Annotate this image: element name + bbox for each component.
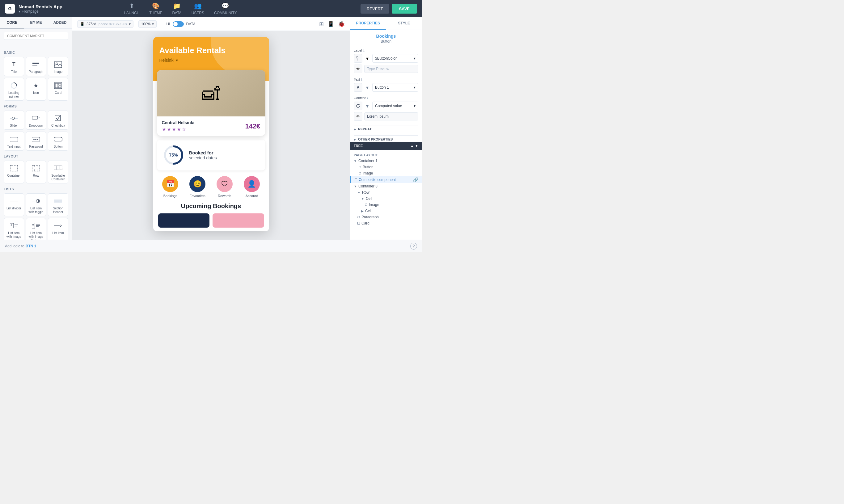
- sidebar-tab-byme[interactable]: BY ME: [24, 17, 48, 29]
- action-account[interactable]: 👤 Account: [244, 176, 260, 198]
- phone-location[interactable]: Helsinki ▾: [159, 58, 263, 63]
- save-button[interactable]: SAVE: [392, 4, 417, 14]
- tree-paragraph[interactable]: Paragraph: [350, 214, 422, 220]
- component-paragraph[interactable]: Paragraph: [26, 57, 46, 76]
- nav-theme[interactable]: 🎨 THEME: [149, 2, 162, 15]
- canvas-toolbar-icons: ⊞ 📱 🐞: [319, 21, 345, 28]
- rewards-icon: 🛡: [217, 176, 233, 192]
- card-icon: [54, 81, 62, 90]
- component-list-item-toggle[interactable]: List item with toggle: [26, 193, 46, 216]
- nav-launch[interactable]: ⬆ LAUNCH: [124, 2, 139, 15]
- tree-item-label: Image: [369, 203, 379, 207]
- text-field: Text ℹ A ▾ Button 1 ▾: [354, 77, 418, 92]
- component-checkbox[interactable]: Checkbox: [48, 111, 68, 130]
- component-container[interactable]: Container: [4, 161, 24, 183]
- action-bookings[interactable]: 📅 Bookings: [162, 176, 178, 198]
- zoom-value: 100%: [141, 22, 151, 26]
- upcoming-buttons: [158, 213, 264, 228]
- component-image[interactable]: Image: [48, 57, 68, 76]
- tree-container-1[interactable]: ▼ Container 1: [350, 158, 422, 164]
- lists-component-grid: List divider List item with toggle Secti…: [4, 193, 68, 240]
- component-title[interactable]: T Title: [4, 57, 24, 76]
- content-value-select[interactable]: Computed value ▾: [372, 102, 418, 110]
- repeat-collapse[interactable]: ▶ REPEAT: [354, 125, 418, 133]
- tree-card[interactable]: Card: [350, 220, 422, 227]
- tree-row[interactable]: ▼ Row: [350, 189, 422, 196]
- tree-image-2[interactable]: Image: [350, 202, 422, 208]
- app-logo: G: [5, 4, 15, 14]
- location-chevron-icon: ▾: [176, 58, 178, 63]
- tree-composite-component[interactable]: Composite component 🔗: [350, 176, 422, 183]
- nav-community[interactable]: 💬 COMMUNITY: [214, 2, 237, 15]
- view-mode-toggle[interactable]: [173, 21, 184, 27]
- text-value-select[interactable]: Button 1 ▾: [372, 83, 418, 92]
- component-card[interactable]: Card: [48, 78, 68, 101]
- component-search-input[interactable]: [4, 32, 68, 40]
- sidebar-tab-added[interactable]: ADDED: [48, 17, 72, 29]
- action-rewards[interactable]: 🛡 Rewards: [217, 176, 233, 198]
- component-list-item-image[interactable]: List item with image: [4, 218, 24, 240]
- canvas-area: 📱 375pt Iphone X/XS/7/6/6s ▾ 100% ▾ UI D…: [72, 17, 350, 240]
- tree-image[interactable]: Image: [350, 170, 422, 176]
- layout-section-label: LAYOUT: [4, 155, 68, 158]
- upcoming-btn-pink[interactable]: [213, 213, 264, 228]
- eye-icon-btn[interactable]: 👁: [354, 65, 362, 73]
- tab-properties[interactable]: PROPERTIES: [350, 17, 386, 30]
- component-list-divider[interactable]: List divider: [4, 193, 24, 216]
- component-row[interactable]: Row: [26, 161, 46, 183]
- phone-mockup: Available Rentals Helsinki ▾ 🛋 Central H…: [153, 37, 269, 231]
- property-card: 🛋 Central Helsinki ★★★★☆ 142€: [157, 70, 265, 136]
- label-icon-btn[interactable]: [354, 54, 362, 63]
- btn-highlight-label[interactable]: BTN 1: [25, 244, 36, 248]
- action-favourites[interactable]: 😊 Favourites: [190, 176, 205, 198]
- help-icon-btn[interactable]: ?: [410, 243, 417, 250]
- component-section-header[interactable]: Section Header: [48, 193, 68, 216]
- revert-button[interactable]: REVERT: [360, 4, 389, 14]
- nav-theme-label: THEME: [149, 11, 162, 15]
- tree-container-3[interactable]: ▼ Container 3: [350, 183, 422, 189]
- tree-cell-2[interactable]: ▶ Cell: [350, 208, 422, 214]
- upcoming-btn-dark[interactable]: [158, 213, 210, 228]
- content-preview-input[interactable]: [364, 112, 418, 121]
- top-nav: ⬆ LAUNCH 🎨 THEME 📁 DATA 👥 USERS 💬 COMMUN…: [124, 2, 237, 15]
- component-title-label: Title: [11, 70, 17, 74]
- debug-icon[interactable]: 🐞: [338, 21, 345, 28]
- component-list-item[interactable]: List item: [48, 218, 68, 240]
- chevron-down-icon: ▾: [129, 22, 131, 26]
- eye-icon-btn[interactable]: 👁: [354, 112, 362, 121]
- sidebar-tabs: CORE BY ME ADDED: [0, 17, 72, 29]
- svg-point-16: [33, 139, 35, 140]
- responsive-view-icon[interactable]: 📱: [327, 21, 334, 28]
- component-password[interactable]: Password: [26, 131, 46, 151]
- tree-cell-1[interactable]: ▼ Cell: [350, 196, 422, 202]
- content-refresh-icon-btn[interactable]: [354, 102, 362, 110]
- label-preview-input[interactable]: [364, 65, 418, 73]
- zoom-selector[interactable]: 100% ▾: [138, 20, 157, 28]
- tree-expand-icon[interactable]: ▲: [410, 144, 414, 148]
- paragraph-icon: [33, 60, 39, 69]
- component-button[interactable]: Button: [48, 131, 68, 151]
- tree-collapse-icon[interactable]: ▼: [415, 144, 418, 148]
- sidebar-tab-core[interactable]: CORE: [0, 17, 24, 29]
- component-dropdown[interactable]: Dropdown: [26, 111, 46, 130]
- grid-view-icon[interactable]: ⊞: [319, 21, 324, 28]
- component-icon[interactable]: ★ Icon: [26, 78, 46, 101]
- property-info: Central Helsinki ★★★★☆ 142€: [157, 116, 265, 136]
- component-scrollable-container[interactable]: Scrollable Container: [48, 161, 68, 183]
- component-list-item-image-desc[interactable]: List item with image & desc.: [26, 218, 46, 240]
- tab-style[interactable]: STYLE: [386, 17, 422, 30]
- nav-data[interactable]: 📁 DATA: [172, 2, 181, 15]
- nav-users[interactable]: 👥 USERS: [192, 2, 204, 15]
- device-name: Iphone X/XS/7/6/6s: [97, 22, 127, 26]
- text-type-btn[interactable]: A: [354, 83, 362, 92]
- component-loading-spinner[interactable]: Loading spinner: [4, 78, 24, 101]
- label-color-select[interactable]: $ButtonColor ▾: [372, 54, 418, 63]
- svg-rect-0: [33, 62, 39, 62]
- component-text-input[interactable]: Text input: [4, 131, 24, 151]
- bottom-bar: Add logic to BTN 1 ?: [0, 240, 422, 252]
- component-scrollable-container-label: Scrollable Container: [50, 174, 67, 181]
- svg-rect-37: [32, 223, 35, 229]
- component-slider[interactable]: Slider: [4, 111, 24, 130]
- device-selector[interactable]: 📱 375pt Iphone X/XS/7/6/6s ▾: [77, 20, 133, 28]
- tree-button[interactable]: Button: [350, 164, 422, 170]
